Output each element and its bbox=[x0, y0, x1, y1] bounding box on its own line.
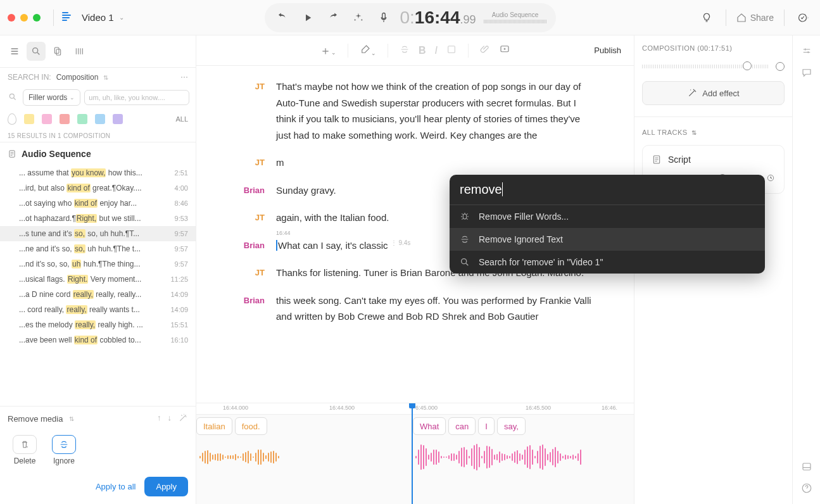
color-swatch-pink[interactable] bbox=[42, 114, 52, 124]
redo-button[interactable] bbox=[324, 9, 341, 27]
highlight-tool-icon[interactable]: ⌄ bbox=[360, 44, 376, 57]
result-row[interactable]: ...s tune and it's so, so, uh huh.¶T...9… bbox=[0, 226, 196, 241]
result-row[interactable]: ...nd it's so, so, uh huh.¶The thing...9… bbox=[0, 256, 196, 272]
result-row[interactable]: ...ot haphazard.¶Right, but we still...9… bbox=[0, 211, 196, 226]
transcript-text[interactable]: m bbox=[276, 154, 596, 171]
palette-item[interactable]: Remove Filler Words... bbox=[450, 205, 765, 228]
highlighter-icon[interactable] bbox=[8, 113, 16, 125]
speaker-label[interactable]: JT bbox=[234, 210, 265, 226]
result-row[interactable]: ...ave been well kind of cobbled to...16… bbox=[0, 332, 196, 348]
result-row[interactable]: ...es the melody really, really high. ..… bbox=[0, 317, 196, 332]
color-swatch-green[interactable] bbox=[77, 114, 87, 124]
transcript-line[interactable]: JTThat's maybe not how we think of the c… bbox=[234, 79, 596, 143]
strikethrough-tool-icon[interactable] bbox=[400, 44, 410, 56]
word-pill[interactable]: Italian bbox=[196, 417, 232, 435]
apply-button[interactable]: Apply bbox=[144, 477, 188, 496]
microphone-icon[interactable] bbox=[374, 9, 392, 27]
italic-tool-icon[interactable]: I bbox=[435, 45, 438, 56]
add-button[interactable]: ＋⌄ bbox=[320, 43, 336, 58]
speaker-label[interactable]: Brian bbox=[234, 293, 265, 325]
playhead[interactable] bbox=[412, 403, 413, 504]
timeline-waveform[interactable] bbox=[196, 438, 634, 476]
search-tab-icon[interactable] bbox=[27, 42, 46, 61]
color-tool-icon[interactable] bbox=[446, 44, 457, 56]
window-controls[interactable] bbox=[8, 14, 41, 22]
word-pill[interactable]: food. bbox=[235, 417, 267, 435]
sort-icon[interactable]: ⇅ bbox=[69, 415, 74, 422]
command-palette-input[interactable]: remove bbox=[450, 175, 765, 205]
color-swatch-yellow[interactable] bbox=[24, 114, 34, 124]
more-icon[interactable]: ⋯ bbox=[180, 73, 188, 82]
panel-icon[interactable] bbox=[800, 460, 814, 474]
sparkle-icon[interactable] bbox=[349, 9, 367, 27]
comment-icon[interactable] bbox=[499, 44, 510, 57]
ignore-option[interactable]: Ignore bbox=[52, 435, 76, 465]
menu-icon[interactable] bbox=[5, 42, 24, 61]
minimize-window-icon[interactable] bbox=[20, 14, 28, 22]
wand-slash-icon[interactable] bbox=[178, 413, 188, 425]
arrow-up-icon[interactable]: ↑ bbox=[157, 413, 161, 425]
word-pill[interactable]: I bbox=[478, 417, 495, 435]
speaker-label[interactable]: Brian bbox=[234, 182, 265, 199]
arrow-down-icon[interactable]: ↓ bbox=[168, 413, 172, 425]
bold-tool-icon[interactable]: B bbox=[419, 45, 426, 56]
palette-item[interactable]: Search for 'remove' in "Video 1" bbox=[450, 251, 765, 274]
chat-icon[interactable] bbox=[800, 66, 814, 80]
speaker-label[interactable]: JT bbox=[234, 79, 265, 143]
color-swatch-blue[interactable] bbox=[95, 114, 105, 124]
speaker-label[interactable]: JT bbox=[234, 154, 265, 171]
result-row[interactable]: ...ne and it's so, so, uh huh.¶The t...9… bbox=[0, 241, 196, 256]
all-tracks-label[interactable]: ALL TRACKS bbox=[642, 129, 688, 136]
maximize-window-icon[interactable] bbox=[33, 14, 41, 22]
result-row[interactable]: ... assume that you know, how this...2:5… bbox=[0, 165, 196, 180]
transcript-text[interactable]: this week song. Can't take my eyes off. … bbox=[276, 293, 596, 325]
scrubber-end-icon[interactable] bbox=[776, 62, 785, 71]
check-dropdown-button[interactable] bbox=[795, 9, 812, 27]
speaker-label[interactable]: JT bbox=[234, 265, 265, 281]
search-icon[interactable] bbox=[6, 92, 19, 103]
share-button[interactable]: Share bbox=[736, 13, 774, 23]
transcript-line[interactable]: Brianthis week song. Can't take my eyes … bbox=[234, 293, 596, 325]
result-row[interactable]: ...usical flags. Right. Very moment...11… bbox=[0, 272, 196, 287]
word-pill[interactable]: can bbox=[448, 417, 476, 435]
filter-pill[interactable]: Filler words ⌄ bbox=[23, 89, 80, 106]
undo-button[interactable] bbox=[273, 9, 291, 27]
add-effect-button[interactable]: Add effect bbox=[642, 81, 785, 105]
play-button[interactable] bbox=[298, 9, 316, 27]
sliders-icon[interactable] bbox=[800, 44, 814, 58]
search-scope[interactable]: Composition bbox=[56, 73, 99, 82]
publish-button[interactable]: Publish bbox=[594, 46, 621, 55]
composition-scrubber[interactable] bbox=[642, 61, 785, 72]
help-icon[interactable] bbox=[800, 481, 814, 495]
color-swatch-red[interactable] bbox=[60, 114, 70, 124]
transcript-text[interactable]: That's maybe not how we think of the cre… bbox=[276, 79, 596, 143]
result-row[interactable]: ...ird, but also kind of great.¶Okay....… bbox=[0, 180, 196, 196]
filter-placeholder-input[interactable]: um, uh, like, you know.... bbox=[84, 90, 189, 105]
palette-item[interactable]: Remove Ignored Text bbox=[450, 228, 765, 251]
result-row[interactable]: ... cord really, really, really wants t.… bbox=[0, 302, 196, 317]
close-window-icon[interactable] bbox=[8, 14, 15, 22]
sort-icon[interactable]: ⇅ bbox=[691, 129, 697, 136]
columns-icon[interactable] bbox=[70, 42, 89, 61]
attachment-icon[interactable] bbox=[480, 44, 490, 56]
word-pill[interactable]: What bbox=[413, 417, 446, 435]
apply-to-all-button[interactable]: Apply to all bbox=[96, 482, 136, 491]
all-swatches-label[interactable]: ALL bbox=[175, 115, 188, 123]
speaker-label[interactable]: Brian bbox=[234, 237, 265, 254]
audio-sequence-pill[interactable]: Audio Sequence bbox=[484, 11, 547, 23]
result-row[interactable]: ...a D nine cord really, really, really.… bbox=[0, 287, 196, 302]
transcript-line[interactable]: JTm bbox=[234, 154, 596, 171]
word-pill[interactable]: say, bbox=[497, 417, 526, 435]
audio-sequence-header[interactable]: Audio Sequence bbox=[22, 149, 91, 159]
result-row[interactable]: ...ot saying who kind of enjoy har...8:4… bbox=[0, 196, 196, 211]
sort-icon[interactable]: ⇅ bbox=[103, 74, 108, 81]
color-swatch-purple[interactable] bbox=[113, 114, 123, 124]
copy-icon[interactable] bbox=[48, 42, 67, 61]
lightbulb-icon[interactable] bbox=[698, 9, 716, 27]
delete-option[interactable]: Delete bbox=[13, 435, 37, 465]
project-title[interactable]: Video 1 ⌄ bbox=[82, 12, 124, 23]
clock-icon[interactable] bbox=[766, 173, 775, 184]
scrubber-knob[interactable] bbox=[743, 61, 752, 70]
timeline[interactable]: 16:44.00016:44.5006:45.00016:45.50016:46… bbox=[196, 403, 634, 504]
remove-media-dropdown[interactable]: Remove media bbox=[8, 414, 63, 424]
